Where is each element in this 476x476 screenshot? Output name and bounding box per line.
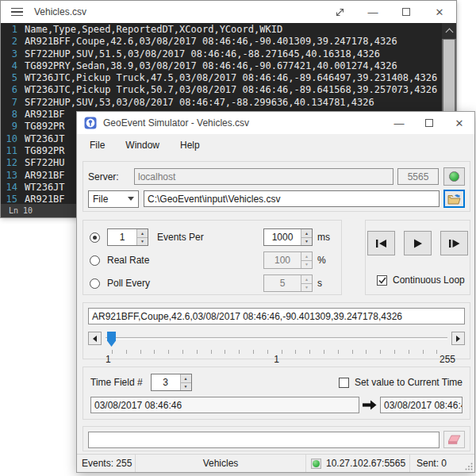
real-rate-unit-label: % <box>317 255 335 266</box>
line-number: 5 <box>1 72 25 84</box>
events-per-label: Events Per <box>157 232 263 243</box>
line-text: SF722HUP,SUV,53,03/08/2017 08:46:47,-88.… <box>25 97 374 109</box>
spin-up-icon[interactable]: ▲ <box>301 229 312 238</box>
geoevent-app-icon <box>84 117 97 129</box>
poll-every-radio[interactable] <box>90 278 100 289</box>
playback-group: Continuous Loop <box>365 220 470 295</box>
spin-down-icon[interactable]: ▼ <box>137 238 148 246</box>
line-number: 7 <box>1 97 25 109</box>
editor-line[interactable]: 6WT236JTC,Pickup Truck,50.7,03/08/2017 0… <box>1 84 442 96</box>
real-rate-value: 100 <box>264 252 301 268</box>
resize-grip-icon[interactable] <box>465 463 473 470</box>
green-status-icon <box>313 460 320 467</box>
poll-every-spinner: 5 ▲▼ <box>263 274 313 292</box>
slider-track[interactable] <box>106 337 447 340</box>
line-text: WT236JT <box>25 182 65 194</box>
file-path-input[interactable]: C:\GeoEvent\input\Vehicles.csv <box>144 190 440 207</box>
clear-log-button[interactable] <box>443 431 465 448</box>
events-count-spinner[interactable]: 1 ▲▼ <box>107 228 148 246</box>
spin-up-icon: ▲ <box>301 252 312 261</box>
line-number: 11 <box>1 145 25 157</box>
line-number: 4 <box>1 60 25 72</box>
play-button[interactable] <box>404 231 432 255</box>
real-rate-radio[interactable] <box>90 255 100 266</box>
editor-window-title: Vehicles.csv <box>34 6 323 17</box>
slider-left-button[interactable] <box>88 332 102 345</box>
browse-file-button[interactable] <box>443 190 465 208</box>
minimize-icon[interactable]: — <box>384 112 414 134</box>
editor-window-controls: — ✕ <box>323 1 456 23</box>
server-host-input[interactable]: localhost <box>134 168 393 185</box>
line-text: SF722HUP,SUV,51.5,03/08/2017 08:46:46,-8… <box>25 48 380 60</box>
poll-every-unit-label: s <box>317 278 335 289</box>
menubar: File Window Help <box>77 134 474 155</box>
spin-down-icon[interactable]: ▼ <box>181 383 191 391</box>
rate-group: 1 ▲▼ Events Per 1000 ▲▼ ms Real Rate 100… <box>83 220 342 295</box>
editor-line[interactable]: 5WT236JTC,Pickup Truck,47.5,03/08/2017 0… <box>1 72 442 84</box>
set-current-time-label: Set value to Current Time <box>355 377 463 388</box>
expand-diagonal-icon[interactable] <box>323 1 356 23</box>
set-current-time-checkbox[interactable] <box>339 378 349 388</box>
time-field-number: 3 <box>152 374 180 390</box>
maximize-icon[interactable] <box>390 1 423 23</box>
log-field[interactable] <box>88 432 440 448</box>
continuous-loop-checkbox[interactable] <box>377 275 387 286</box>
slider-current-label: 1 <box>88 354 465 365</box>
menu-window[interactable]: Window <box>125 140 159 151</box>
slider-max-label: 255 <box>440 354 455 365</box>
slider-thumb[interactable] <box>107 332 116 347</box>
minimize-icon[interactable]: — <box>356 1 390 23</box>
event-preview-field[interactable]: AR921BFF,Coupe,42.6,03/08/2017 08:46:46,… <box>88 308 465 324</box>
interval-value: 1000 <box>264 229 301 245</box>
slider-right-button[interactable] <box>451 332 465 345</box>
open-folder-icon <box>447 194 461 205</box>
line-number: 2 <box>1 36 25 48</box>
time-field-label: Time Field # <box>90 377 143 388</box>
line-number: 13 <box>1 170 25 182</box>
event-slider-group: AR921BFF,Coupe,42.6,03/08/2017 08:46:46,… <box>83 302 470 359</box>
events-per-radio[interactable] <box>90 232 100 243</box>
maximize-icon[interactable] <box>414 112 444 134</box>
line-text: AR921BFF,Coupe,42.6,03/08/2017 08:46:46,… <box>25 36 397 48</box>
editor-line[interactable]: 3SF722HUP,SUV,51.5,03/08/2017 08:46:46,-… <box>1 48 442 60</box>
line-text: AR921BF <box>25 109 65 121</box>
spin-down-icon: ▼ <box>301 261 312 269</box>
line-text: TG892PRY,Sedan,38.9,03/08/2017 08:46:46,… <box>25 60 397 72</box>
connect-button[interactable] <box>443 167 465 186</box>
real-rate-label: Real Rate <box>107 255 263 266</box>
spin-down-icon[interactable]: ▼ <box>301 238 312 246</box>
source-type-select[interactable]: File <box>88 190 139 208</box>
server-label: Server: <box>88 171 134 182</box>
time-field-spinner[interactable]: 3 ▲▼ <box>151 374 192 391</box>
editor-line[interactable]: 4TG892PRY,Sedan,38.9,03/08/2017 08:46:46… <box>1 60 442 72</box>
line-text: WT236JTC,Pickup Truck,47.5,03/08/2017 08… <box>25 72 437 84</box>
spin-up-icon[interactable]: ▲ <box>137 229 148 238</box>
log-group <box>83 426 470 451</box>
line-text: Name,Type,Speed,ReportedDT,XCoord,YCoord… <box>25 24 282 36</box>
spin-up-icon[interactable]: ▲ <box>181 374 191 383</box>
server-group: Server: localhost 5565 File C:\GeoEvent\… <box>83 161 470 212</box>
scroll-up-icon[interactable] <box>442 23 456 39</box>
server-port-input[interactable]: 5565 <box>397 168 439 185</box>
menu-hamburger-icon[interactable] <box>11 6 23 19</box>
events-count: Events: 255 <box>82 458 132 469</box>
line-text: WT236JTC,Pickup Truck,50.7,03/08/2017 08… <box>25 84 437 96</box>
time-from-field[interactable]: 03/08/2017 08:46:46 <box>90 397 359 413</box>
time-to-field[interactable]: 03/08/2017 08:46:46 <box>380 397 463 413</box>
menu-help[interactable]: Help <box>180 140 200 151</box>
editor-titlebar: Vehicles.csv — ✕ <box>1 1 456 23</box>
interval-spinner[interactable]: 1000 ▲▼ <box>263 228 313 246</box>
line-text: TG892PR <box>25 121 65 132</box>
simulator-statusbar: Events: 255 Vehicles 10.27.102.67:5565 S… <box>77 454 474 472</box>
continuous-loop-label: Continuous Loop <box>393 274 465 286</box>
editor-line[interactable]: 2AR921BFF,Coupe,42.6,03/08/2017 08:46:46… <box>1 36 442 48</box>
feed-name: Vehicles <box>203 458 239 469</box>
skip-to-start-button[interactable] <box>367 231 395 255</box>
step-button[interactable] <box>440 231 468 255</box>
close-icon[interactable]: ✕ <box>444 112 474 134</box>
menu-file[interactable]: File <box>90 140 105 151</box>
editor-line[interactable]: 7SF722HUP,SUV,53,03/08/2017 08:46:47,-88… <box>1 97 442 109</box>
close-icon[interactable]: ✕ <box>423 1 456 23</box>
endpoint-address: 10.27.102.67:5565 <box>326 458 405 469</box>
editor-line[interactable]: 1Name,Type,Speed,ReportedDT,XCoord,YCoor… <box>1 24 442 36</box>
